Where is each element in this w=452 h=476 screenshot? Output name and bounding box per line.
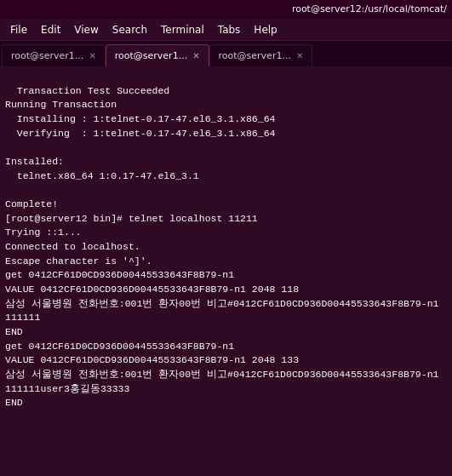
title-bar: root@server12:/usr/local/tomcat/	[0, 0, 452, 19]
tab-3[interactable]: root@server1... ✕	[209, 44, 313, 66]
tab-2[interactable]: root@server1... ✕	[106, 44, 209, 66]
terminal-output: Transaction Test Succeeded Running Trans…	[0, 66, 452, 476]
menu-file[interactable]: File	[3, 22, 34, 37]
tab-1[interactable]: root@server1... ✕	[2, 44, 106, 66]
tab-1-close[interactable]: ✕	[89, 52, 95, 60]
terminal-text: Transaction Test Succeeded Running Trans…	[5, 85, 438, 409]
tab-bar: root@server1... ✕ root@server1... ✕ root…	[0, 41, 452, 66]
tab-1-label: root@server1...	[11, 50, 83, 61]
menu-help[interactable]: Help	[247, 22, 283, 37]
title-text: root@server12:/usr/local/tomcat/	[292, 3, 447, 14]
menu-terminal[interactable]: Terminal	[154, 22, 211, 37]
tab-2-close[interactable]: ✕	[192, 52, 199, 60]
tab-3-label: root@server1...	[219, 50, 291, 61]
menu-bar: File Edit View Search Terminal Tabs Help	[0, 19, 452, 41]
menu-tabs[interactable]: Tabs	[211, 22, 248, 37]
menu-search[interactable]: Search	[106, 22, 154, 37]
tab-3-close[interactable]: ✕	[296, 52, 303, 60]
menu-view[interactable]: View	[67, 22, 105, 37]
menu-edit[interactable]: Edit	[34, 22, 67, 37]
tab-2-label: root@server1...	[115, 50, 187, 61]
